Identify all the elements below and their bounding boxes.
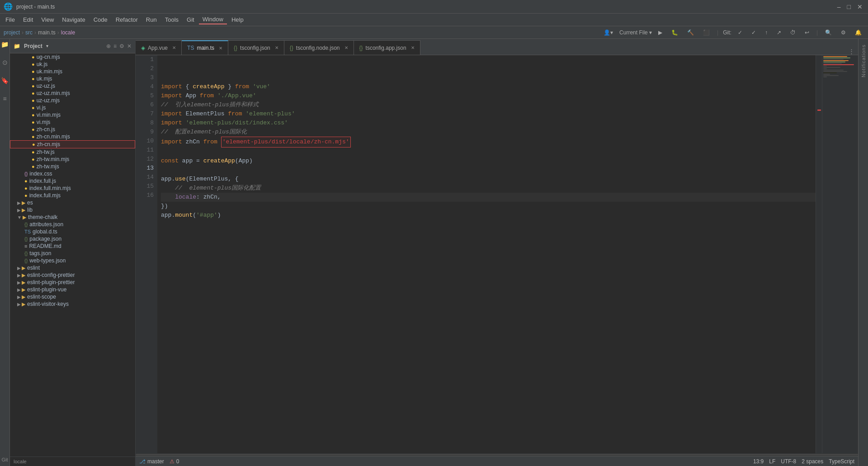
- tree-item-eslint-visitor-keys[interactable]: ▶▶eslint-visitor-keys: [10, 300, 135, 308]
- maximize-button[interactable]: □: [845, 3, 853, 10]
- tree-item-index-full-js[interactable]: ●index.full.js: [10, 177, 135, 185]
- tree-item-uz-uz-min-mjs[interactable]: ●uz-uz.min.mjs: [10, 90, 135, 97]
- tree-item-vi-js[interactable]: ●vi.js: [10, 104, 135, 111]
- undo-button[interactable]: ↩: [802, 29, 812, 37]
- git-status-item[interactable]: ⎇ master: [139, 458, 164, 465]
- tree-item-index-css[interactable]: {}index.css: [10, 170, 135, 177]
- tree-item-zh-tw-mjs[interactable]: ●zh-tw.mjs: [10, 163, 135, 170]
- tree-item-zh-cn-mjs[interactable]: ●zh-cn.mjs: [10, 140, 135, 148]
- tree-item-web-types-json[interactable]: {}web-types.json: [10, 257, 135, 264]
- tab-close-tsconfig[interactable]: ✕: [275, 45, 278, 50]
- menu-item-run[interactable]: Run: [142, 15, 160, 24]
- code-area[interactable]: import { createApp } from 'vue'import Ap…: [157, 55, 816, 453]
- tree-item-uk-mjs[interactable]: ●uk.mjs: [10, 75, 135, 82]
- menu-item-view[interactable]: View: [38, 15, 57, 24]
- tree-item-uz-uz-mjs[interactable]: ●uz-uz.mjs: [10, 97, 135, 104]
- commit-icon[interactable]: ⊙: [2, 59, 8, 66]
- gear-icon[interactable]: ⚙: [119, 43, 124, 49]
- tree-item-uk-min-mjs[interactable]: ●uk.min.mjs: [10, 68, 135, 75]
- close-button[interactable]: ✕: [855, 3, 864, 10]
- close-panel-icon[interactable]: ✕: [127, 43, 132, 49]
- menu-item-code[interactable]: Code: [90, 15, 111, 24]
- git-side-icon[interactable]: Git: [1, 457, 8, 462]
- notifications-button[interactable]: 🔔: [852, 29, 864, 37]
- project-icon[interactable]: 📁: [1, 41, 9, 48]
- user-icon-button[interactable]: 👤▾: [601, 29, 616, 37]
- tree-item-zh-cn-js[interactable]: ●zh-cn.js: [10, 126, 135, 133]
- tree-item-index-full-min-mjs[interactable]: ●index.full.min.mjs: [10, 185, 135, 192]
- tree-item-eslint-plugin-vue[interactable]: ▶▶eslint-plugin-vue: [10, 286, 135, 293]
- tree-item-uz-uz-js[interactable]: ●uz-uz.js: [10, 82, 135, 90]
- encoding-item[interactable]: UTF-8: [781, 458, 796, 465]
- menu-item-edit[interactable]: Edit: [19, 15, 37, 24]
- breadcrumb-src[interactable]: src: [25, 29, 33, 36]
- build-button[interactable]: 🔨: [684, 29, 697, 37]
- search-button[interactable]: 🔍: [822, 29, 835, 37]
- debug-button[interactable]: 🐛: [669, 29, 681, 37]
- run-button[interactable]: ▶: [656, 29, 665, 37]
- menu-item-window[interactable]: Window: [199, 15, 227, 24]
- history-button[interactable]: ⏱: [788, 29, 798, 37]
- breadcrumb-main-ts[interactable]: main.ts: [38, 29, 56, 36]
- current-file-selector[interactable]: Current File ▾: [619, 29, 652, 36]
- problems-status-item[interactable]: ⚠ 0: [170, 458, 179, 465]
- tree-item-theme-chalk[interactable]: ▼▶theme-chalk: [10, 214, 135, 221]
- tree-item-eslint-config-prettier[interactable]: ▶▶eslint-config-prettier: [10, 271, 135, 279]
- tree-item-package-json[interactable]: {}package.json: [10, 235, 135, 243]
- structure-icon[interactable]: ≡: [3, 95, 6, 102]
- tree-item-vi-min-mjs[interactable]: ●vi.min.mjs: [10, 111, 135, 119]
- more-tabs-button[interactable]: ⋮: [845, 48, 858, 55]
- tree-item-eslint-plugin-prettier[interactable]: ▶▶eslint-plugin-prettier: [10, 279, 135, 286]
- tab-close-main-ts[interactable]: ✕: [219, 46, 222, 51]
- tree-item-es[interactable]: ▶▶es: [10, 199, 135, 206]
- menu-item-refactor[interactable]: Refactor: [112, 15, 142, 24]
- tree-item-uk-js[interactable]: ●uk.js: [10, 61, 135, 68]
- minimize-button[interactable]: –: [835, 3, 843, 10]
- tree-item-lib[interactable]: ▶▶lib: [10, 206, 135, 214]
- tab-app-vue[interactable]: ◈ App.vue ✕: [136, 40, 182, 55]
- tab-tsconfig-json[interactable]: {} tsconfig.json ✕: [228, 40, 284, 55]
- tree-item-attributes-json[interactable]: {}attributes.json: [10, 221, 135, 228]
- settings-button[interactable]: ⚙: [838, 29, 849, 37]
- tab-close-app-vue[interactable]: ✕: [172, 45, 176, 50]
- tree-item-zh-tw-js[interactable]: ●zh-tw.js: [10, 148, 135, 156]
- bookmarks-icon[interactable]: 🔖: [1, 77, 9, 84]
- git-check-button[interactable]: ✓: [735, 29, 745, 37]
- tree-item-ug-cn-mjs[interactable]: ●ug-cn.mjs: [10, 53, 135, 61]
- git-check2-button[interactable]: ✓: [749, 29, 759, 37]
- tree-item-index-full-mjs[interactable]: ●index.full.mjs: [10, 192, 135, 199]
- tree-item-zh-cn-min-mjs[interactable]: ●zh-cn.min.mjs: [10, 133, 135, 140]
- dropdown-icon[interactable]: ▾: [46, 43, 48, 48]
- language-item[interactable]: TypeScript: [829, 458, 854, 465]
- breadcrumb-project[interactable]: project: [4, 29, 20, 36]
- tree-item-zh-tw-min-mjs[interactable]: ●zh-tw.min.mjs: [10, 156, 135, 163]
- breadcrumb-locale[interactable]: locale: [61, 29, 75, 36]
- tab-tsconfig-node[interactable]: {} tsconfig.node.json ✕: [284, 40, 354, 55]
- tree-item-README-md[interactable]: ≡README.md: [10, 243, 135, 250]
- menu-item-navigate[interactable]: Navigate: [58, 15, 89, 24]
- menu-item-help[interactable]: Help: [228, 15, 247, 24]
- menu-item-tools[interactable]: Tools: [161, 15, 182, 24]
- tree-item-tags-json[interactable]: {}tags.json: [10, 250, 135, 257]
- tree-item-eslint[interactable]: ▶▶eslint: [10, 264, 135, 271]
- menu-item-file[interactable]: File: [2, 15, 19, 24]
- tab-close-tsconfig-app[interactable]: ✕: [411, 45, 415, 50]
- tab-close-tsconfig-node[interactable]: ✕: [344, 45, 348, 50]
- line-ending-item[interactable]: LF: [769, 458, 775, 465]
- menu-item-git[interactable]: Git: [183, 15, 198, 24]
- stop-button[interactable]: ⬛: [700, 29, 712, 37]
- collapse-icon[interactable]: ≡: [113, 43, 117, 49]
- git-push-button[interactable]: ↑: [762, 29, 770, 37]
- tab-main-ts[interactable]: TS main.ts ✕: [182, 40, 228, 55]
- tree-item-vi-mjs[interactable]: ●vi.mjs: [10, 119, 135, 126]
- code-line-4: import ElementPlus from 'element-plus': [161, 109, 816, 119]
- cursor-position-item[interactable]: 13:9: [753, 458, 764, 465]
- indent-item[interactable]: 2 spaces: [802, 458, 823, 465]
- tree-item-eslint-scope[interactable]: ▶▶eslint-scope: [10, 293, 135, 300]
- notifications-side-label[interactable]: Notifications: [861, 44, 866, 77]
- horizontal-scrollbar[interactable]: [136, 453, 858, 456]
- tree-item-global-d-ts[interactable]: TSglobal.d.ts: [10, 228, 135, 235]
- git-fetch-button[interactable]: ↗: [774, 29, 784, 37]
- tab-tsconfig-app[interactable]: {} tsconfig.app.json ✕: [354, 40, 420, 55]
- locate-icon[interactable]: ⊕: [106, 43, 111, 49]
